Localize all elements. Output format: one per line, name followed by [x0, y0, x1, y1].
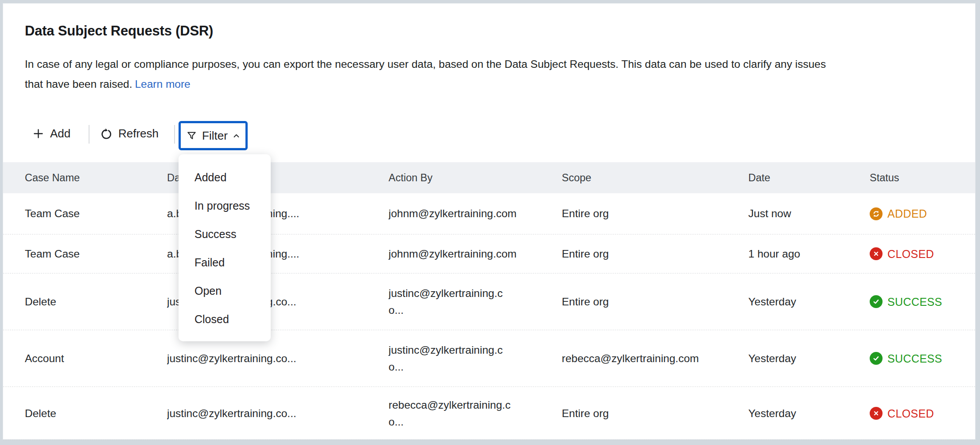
status-label: CLOSED: [887, 405, 934, 422]
refresh-button-label: Refresh: [118, 127, 159, 141]
x-icon: [871, 249, 881, 258]
table-row[interactable]: Delete justinc@zylkertraining.co... rebe…: [3, 387, 975, 440]
cell-date: 1 hour ago: [748, 234, 870, 273]
cell-date: Yesterday: [748, 330, 870, 386]
column-header-date: Date: [748, 162, 870, 193]
filter-button[interactable]: Filter: [179, 121, 248, 150]
filter-option-failed[interactable]: Failed: [179, 248, 271, 277]
table-row[interactable]: Delete justinc@zylkertraining.co... just…: [3, 273, 975, 330]
cell-case-name: Team Case: [3, 193, 167, 234]
filter-option-open[interactable]: Open: [179, 277, 271, 305]
filter-option-closed[interactable]: Closed: [179, 305, 271, 333]
cell-date: Yesterday: [748, 387, 870, 440]
toolbar-divider: [174, 125, 175, 144]
cell-status: CLOSED: [870, 234, 975, 273]
description-line-2: that have been raised.: [25, 78, 132, 90]
add-button-label: Add: [50, 127, 70, 141]
status-badge: CLOSED: [870, 246, 934, 262]
status-label: SUCCESS: [887, 293, 942, 310]
sync-icon: [871, 209, 881, 219]
status-badge: CLOSED: [870, 405, 934, 422]
cell-data-of: justinc@zylkertraining.co...: [167, 387, 389, 440]
cell-scope: Entire org: [562, 387, 748, 440]
table-row[interactable]: Account justinc@zylkertraining.co... jus…: [3, 330, 975, 387]
cell-action-by: rebecca@zylkertraining.c o...: [389, 387, 562, 440]
refresh-button[interactable]: Refresh: [100, 127, 159, 141]
filter-option-added[interactable]: Added: [179, 163, 271, 191]
cell-status: ADDED: [870, 193, 975, 234]
toolbar-divider: [89, 125, 89, 144]
filter-option-in-progress[interactable]: In progress: [179, 191, 271, 220]
table-header-row: Case Name Data of the individual Action …: [3, 162, 975, 193]
cell-scope: Entire org: [562, 193, 748, 234]
cell-action-by: johnm@zylkertraining.com: [389, 234, 562, 273]
cell-date: Yesterday: [748, 273, 870, 330]
check-icon: [871, 297, 881, 306]
cell-action-by: johnm@zylkertraining.com: [389, 193, 562, 234]
description-line-1: In case of any legal or compliance purpo…: [25, 58, 826, 70]
cell-scope: Entire org: [562, 234, 748, 273]
cell-case-name: Delete: [3, 387, 167, 440]
cell-scope: rebecca@zylkertraining.com: [562, 330, 748, 386]
table-row[interactable]: Team Case a.bennett@zylkertraining.... j…: [3, 234, 975, 273]
cell-date: Just now: [748, 193, 870, 234]
status-badge: SUCCESS: [870, 293, 942, 310]
filter-option-success[interactable]: Success: [179, 220, 271, 248]
toolbar: Add Refresh Filter: [3, 118, 975, 152]
x-icon: [871, 409, 881, 418]
table-row[interactable]: Team Case a.bennett@zylkertraining.... j…: [3, 193, 975, 234]
status-badge: SUCCESS: [870, 350, 942, 367]
column-header-action-by: Action By: [389, 162, 562, 193]
dsr-panel: Data Subject Requests (DSR) In case of a…: [3, 3, 976, 440]
column-header-scope: Scope: [562, 162, 748, 193]
learn-more-link[interactable]: Learn more: [135, 78, 190, 90]
plus-icon: [32, 128, 44, 140]
page-description: In case of any legal or compliance purpo…: [25, 54, 955, 94]
funnel-icon: [186, 130, 197, 141]
cell-scope: Entire org: [562, 273, 748, 330]
cell-action-by: justinc@zylkertraining.c o...: [389, 330, 562, 386]
cell-action-by: justinc@zylkertraining.c o...: [389, 273, 562, 330]
status-label: SUCCESS: [887, 350, 942, 367]
status-label: CLOSED: [887, 246, 934, 262]
cell-case-name: Delete: [3, 273, 167, 330]
status-label: ADDED: [887, 205, 927, 222]
filter-dropdown-menu: Added In progress Success Failed Open Cl…: [179, 154, 271, 341]
status-icon: [870, 407, 883, 420]
cell-status: SUCCESS: [870, 330, 975, 386]
column-header-status: Status: [870, 162, 975, 193]
page-background: Data Subject Requests (DSR) In case of a…: [0, 0, 980, 445]
status-icon: [870, 247, 883, 260]
add-button[interactable]: Add: [32, 127, 70, 141]
page-title: Data Subject Requests (DSR): [25, 23, 213, 39]
dsr-table: Case Name Data of the individual Action …: [3, 162, 975, 440]
status-badge: ADDED: [870, 205, 927, 222]
cell-case-name: Team Case: [3, 234, 167, 273]
filter-button-label: Filter: [202, 129, 228, 143]
status-icon: [870, 207, 883, 220]
cell-status: CLOSED: [870, 387, 975, 440]
chevron-up-icon: [233, 132, 240, 140]
cell-status: SUCCESS: [870, 273, 975, 330]
status-icon: [870, 352, 883, 365]
column-header-case-name: Case Name: [3, 162, 167, 193]
refresh-icon: [100, 128, 113, 140]
status-icon: [870, 295, 883, 308]
cell-case-name: Account: [3, 330, 167, 386]
check-icon: [871, 354, 881, 363]
